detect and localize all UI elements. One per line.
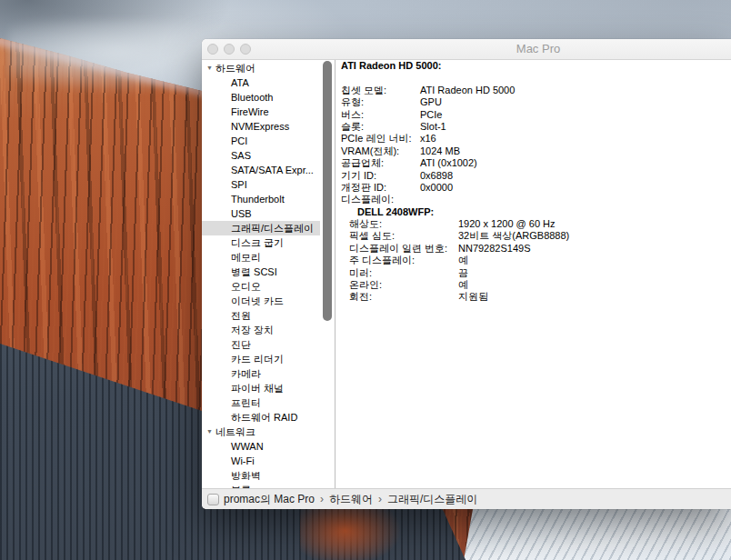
info-value: x16 [420,133,436,145]
sidebar-item-Wi-Fi[interactable]: Wi-Fi [202,454,320,468]
breadcrumb-separator: › [320,493,324,505]
sidebar-item-저장 장치[interactable]: 저장 장치 [202,323,320,337]
info-label: PCIe 레인 너비: [341,133,420,145]
breadcrumb-separator: › [378,493,382,505]
info-label: 슬롯: [341,121,420,133]
info-value: NN79282S149S [458,243,531,255]
sidebar-item-하드웨어 RAID[interactable]: 하드웨어 RAID [202,410,320,425]
info-row: 버스:PCIe [335,109,731,121]
info-label: 회전: [349,291,458,303]
sidebar-item-진단[interactable]: 진단 [202,337,320,352]
info-row: 개정판 ID:0x0000 [335,182,731,194]
info-row: 해상도:1920 x 1200 @ 60 Hz [335,218,731,230]
sidebar-item-오디오[interactable]: 오디오 [202,279,320,294]
sidebar-item-NVMExpress[interactable]: NVMExpress [202,119,320,134]
sidebar-item-Thunderbolt[interactable]: Thunderbolt [202,192,320,206]
sidebar-scrollbar[interactable] [323,61,332,321]
sidebar-item-카메라[interactable]: 카메라 [202,366,320,381]
gpu-rows: 칩셋 모델:ATI Radeon HD 5000유형:GPU버스:PCIe슬롯:… [335,85,731,195]
content-pane: ATI Radeon HD 5000: 칩셋 모델:ATI Radeon HD … [335,60,731,489]
disclosure-triangle-icon[interactable]: ▼ [206,425,213,439]
sidebar-item-그래픽/디스플레이[interactable]: 그래픽/디스플레이 [202,221,320,235]
sidebar-item-SPI[interactable]: SPI [202,177,320,192]
info-label: 해상도: [349,218,458,230]
info-row: 칩셋 모델:ATI Radeon HD 5000 [335,85,731,96]
info-label: 디스플레이 일련 번호: [349,243,458,255]
info-row: 픽셀 심도:32비트 색상(ARGB8888) [335,230,731,242]
info-row: 슬롯:Slot-1 [335,121,731,133]
sidebar-item-메모리[interactable]: 메모리 [202,250,320,265]
sidebar-list: ▼하드웨어ATABluetoothFireWireNVMExpressPCISA… [202,61,335,489]
info-label: 공급업체: [341,157,420,169]
titlebar[interactable]: Mac Pro [202,39,731,60]
displays-label: 디스플레이: [335,194,731,205]
info-value: PCIe [420,109,442,121]
sidebar-item-ATA[interactable]: ATA [202,75,320,90]
window-body: ▼하드웨어ATABluetoothFireWireNVMExpressPCISA… [202,60,731,489]
info-value: ATI (0x1002) [420,157,477,169]
sidebar-item-프린터[interactable]: 프린터 [202,395,320,410]
sidebar-item-병렬 SCSI[interactable]: 병렬 SCSI [202,265,320,279]
breadcrumb-segment: 하드웨어 [329,492,373,507]
info-row: 미러:끔 [335,267,731,279]
sidebar-group-네트워크[interactable]: ▼네트워크 [202,425,335,439]
breadcrumb-segment: promac의 Mac Pro [224,492,315,507]
info-value: ATI Radeon HD 5000 [420,85,515,96]
info-value: 예 [458,279,468,291]
display-name: DELL 2408WFP: [335,206,731,218]
info-row: 회전:지원됨 [335,291,731,303]
sidebar-item-Bluetooth[interactable]: Bluetooth [202,90,320,105]
sidebar-item-FireWire[interactable]: FireWire [202,105,320,119]
sidebar-item-PCI[interactable]: PCI [202,134,320,148]
info-label: 버스: [341,109,420,121]
info-row: 온라인:예 [335,279,731,291]
sidebar-group-하드웨어[interactable]: ▼하드웨어 [202,61,335,75]
info-label: 칩셋 모델: [341,85,420,96]
sidebar-item-SATA/SATA Expr...[interactable]: SATA/SATA Expr... [202,163,320,177]
mac-icon [207,494,219,505]
sidebar: ▼하드웨어ATABluetoothFireWireNVMExpressPCISA… [202,60,335,489]
pathbar: promac의 Mac Pro›하드웨어›그래픽/디스플레이 [202,488,731,509]
close-button[interactable] [207,44,218,55]
info-value: 0x6898 [420,170,453,182]
info-value: 32비트 색상(ARGB8888) [458,230,569,242]
sidebar-item-방화벽[interactable]: 방화벽 [202,468,320,483]
info-row: 공급업체:ATI (0x1002) [335,157,731,169]
info-row: 디스플레이 일련 번호:NN79282S149S [335,243,731,255]
disclosure-triangle-icon[interactable]: ▼ [206,61,213,75]
info-value: 끔 [458,267,468,279]
info-label: 미러: [349,267,458,279]
info-value: 1920 x 1200 @ 60 Hz [458,218,556,230]
info-label: 개정판 ID: [341,182,420,194]
desktop: { "window": { "title": "Mac Pro", "traff… [0,0,731,560]
info-value: GPU [420,96,442,108]
info-label: 주 디스플레이: [349,255,458,266]
sidebar-item-전원[interactable]: 전원 [202,308,320,323]
sidebar-item-WWAN[interactable]: WWAN [202,439,320,454]
display-rows: 해상도:1920 x 1200 @ 60 Hz픽셀 심도:32비트 색상(ARG… [335,218,731,304]
breadcrumb-segment: 그래픽/디스플레이 [387,492,477,507]
info-value: Slot-1 [420,121,446,133]
info-label: 기기 ID: [341,170,420,182]
breadcrumb: promac의 Mac Pro›하드웨어›그래픽/디스플레이 [224,492,477,507]
info-row: 기기 ID:0x6898 [335,170,731,182]
wallpaper-rock-glow [300,502,400,560]
info-row: 주 디스플레이:예 [335,255,731,266]
info-value: 지원됨 [458,291,488,303]
sidebar-item-USB[interactable]: USB [202,206,320,221]
info-label: 유형: [341,96,420,108]
sidebar-item-파이버 채널[interactable]: 파이버 채널 [202,381,320,395]
window-title: Mac Pro [484,39,593,59]
minimize-button[interactable] [224,44,235,55]
info-row: 유형:GPU [335,96,731,108]
sidebar-item-카드 리더기[interactable]: 카드 리더기 [202,352,320,366]
info-value: 예 [458,255,468,266]
zoom-button[interactable] [240,44,251,55]
spacer [335,72,731,84]
info-value: 0x0000 [420,182,453,194]
sidebar-group-label: 네트워크 [215,426,255,437]
sidebar-item-디스크 굽기[interactable]: 디스크 굽기 [202,235,320,250]
sidebar-item-이더넷 카드[interactable]: 이더넷 카드 [202,294,320,308]
gpu-header: ATI Radeon HD 5000: [335,60,731,72]
sidebar-item-SAS[interactable]: SAS [202,148,320,163]
